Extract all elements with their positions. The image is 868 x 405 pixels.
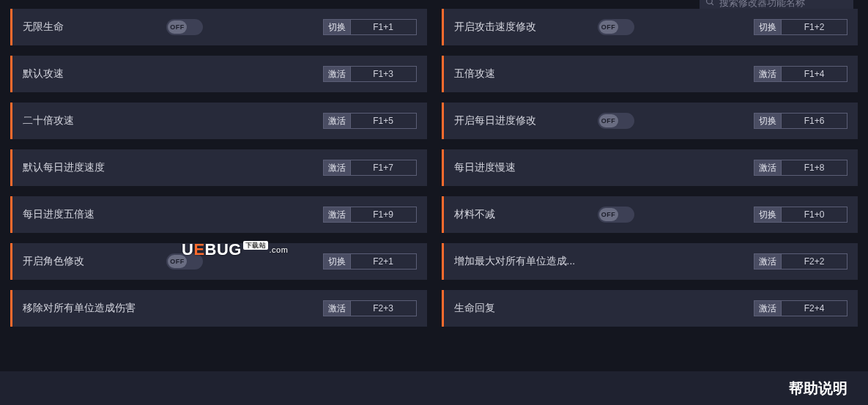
cheat-name: 开启每日进度修改 — [454, 114, 536, 127]
svg-line-1 — [711, 3, 713, 5]
hotkey-display[interactable]: F2+1 — [351, 253, 417, 270]
toggle-switch[interactable]: OFF — [598, 207, 634, 223]
cheat-name: 开启攻击速度修改 — [454, 21, 536, 34]
toggle-knob: OFF — [599, 114, 618, 127]
hotkey-display[interactable]: F1+2 — [782, 19, 847, 35]
hotkey-display[interactable]: F1+0 — [782, 207, 847, 223]
hotkey-display[interactable]: F1+4 — [782, 66, 847, 82]
cheat-card: 增加最大对所有单位造成...激活F2+2 — [442, 243, 858, 280]
hotkey-display[interactable]: F1+8 — [782, 160, 847, 176]
cheat-name: 生命回复 — [454, 302, 495, 315]
cheat-name: 移除对所有单位造成伤害 — [23, 302, 136, 315]
toggle-knob: OFF — [599, 21, 618, 34]
hotkey-display[interactable]: F1+3 — [351, 66, 417, 82]
activate-button[interactable]: 激活 — [323, 113, 351, 129]
cheat-name: 每日进度慢速 — [454, 161, 516, 174]
switch-button[interactable]: 切换 — [754, 19, 782, 35]
activate-button[interactable]: 激活 — [754, 66, 782, 82]
cheat-name: 默认每日进度速度 — [23, 161, 105, 174]
cheat-name: 增加最大对所有单位造成... — [454, 255, 576, 268]
activate-button[interactable]: 激活 — [323, 66, 351, 82]
cheat-card: 五倍攻速激活F1+4 — [442, 56, 858, 92]
toggle-switch[interactable]: OFF — [598, 113, 634, 129]
cheat-name: 每日进度五倍速 — [23, 208, 94, 221]
watermark-logo: UEBUG 下载站 .com — [182, 240, 288, 259]
cheat-card: 每日进度慢速激活F1+8 — [442, 149, 858, 186]
footer-bar: 帮助说明 — [0, 371, 868, 405]
cheat-name: 材料不减 — [454, 208, 495, 221]
cheat-card: 默认每日进度速度激活F1+7 — [10, 149, 427, 186]
cheat-card: 开启攻击速度修改OFF切换F1+2 — [442, 9, 858, 45]
toggle-knob: OFF — [599, 208, 618, 221]
search-icon — [705, 0, 715, 9]
hotkey-display[interactable]: F2+3 — [351, 300, 417, 316]
toggle-knob: OFF — [168, 21, 187, 34]
toggle-switch[interactable]: OFF — [166, 19, 203, 35]
activate-button[interactable]: 激活 — [754, 300, 782, 316]
switch-button[interactable]: 切换 — [754, 207, 782, 223]
hotkey-display[interactable]: F1+7 — [351, 160, 417, 176]
switch-button[interactable]: 切换 — [323, 19, 351, 35]
hotkey-display[interactable]: F1+1 — [351, 19, 417, 35]
cheat-name: 五倍攻速 — [454, 67, 495, 81]
cheat-card: 二十倍攻速激活F1+5 — [10, 103, 427, 139]
activate-button[interactable]: 激活 — [323, 207, 351, 223]
toggle-switch[interactable]: OFF — [598, 19, 634, 35]
cheat-card: 开启每日进度修改OFF切换F1+6 — [442, 103, 858, 139]
footer-help-link[interactable]: 帮助说明 — [789, 379, 847, 398]
cheat-card: 无限生命OFF切换F1+1 — [10, 9, 427, 45]
activate-button[interactable]: 激活 — [323, 300, 351, 316]
cheat-card: 生命回复激活F2+4 — [442, 290, 858, 327]
activate-button[interactable]: 激活 — [754, 253, 782, 270]
cheat-name: 默认攻速 — [23, 67, 64, 81]
hotkey-display[interactable]: F2+4 — [782, 300, 847, 316]
hotkey-display[interactable]: F2+2 — [782, 253, 847, 270]
cheat-name: 开启角色修改 — [23, 255, 84, 268]
cheat-card: 移除对所有单位造成伤害激活F2+3 — [10, 290, 427, 327]
switch-button[interactable]: 切换 — [754, 113, 782, 129]
hotkey-display[interactable]: F1+6 — [782, 113, 847, 129]
cheat-name: 无限生命 — [23, 21, 64, 34]
switch-button[interactable]: 切换 — [323, 253, 351, 270]
cheat-card: 默认攻速激活F1+3 — [10, 56, 427, 92]
cheat-card: 材料不减OFF切换F1+0 — [442, 196, 858, 233]
hotkey-display[interactable]: F1+5 — [351, 113, 417, 129]
cheat-name: 二十倍攻速 — [23, 114, 74, 127]
cheat-card: 每日进度五倍速激活F1+9 — [10, 196, 427, 233]
activate-button[interactable]: 激活 — [323, 160, 351, 176]
hotkey-display[interactable]: F1+9 — [351, 207, 417, 223]
activate-button[interactable]: 激活 — [754, 160, 782, 176]
